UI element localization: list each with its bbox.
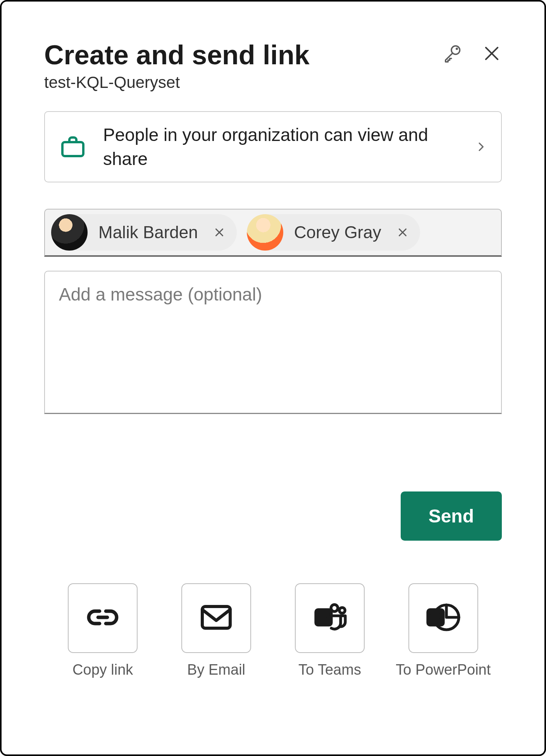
people-chip: Malik Barden — [51, 214, 237, 251]
dialog-subtitle: test-KQL-Queryset — [44, 73, 442, 92]
dialog-title: Create and send link — [44, 40, 442, 70]
mail-icon — [198, 599, 235, 637]
share-option-email: By Email — [165, 583, 267, 678]
share-label: By Email — [187, 662, 245, 678]
title-block: Create and send link test-KQL-Queryset — [44, 40, 442, 92]
message-input[interactable] — [44, 271, 502, 414]
teams-icon: T — [311, 599, 348, 637]
powerpoint-button[interactable]: P — [408, 583, 478, 653]
share-dialog: Create and send link test-KQL-Queryset — [0, 0, 546, 756]
link-icon — [84, 599, 121, 637]
copy-link-button[interactable] — [68, 583, 138, 653]
share-option-powerpoint: P To PowerPoint — [393, 583, 494, 678]
chip-name: Corey Gray — [294, 223, 381, 242]
dialog-header: Create and send link test-KQL-Queryset — [44, 40, 502, 92]
chip-name: Malik Barden — [98, 223, 198, 242]
chevron-right-icon — [475, 141, 487, 153]
remove-person-icon[interactable] — [396, 226, 409, 239]
close-icon[interactable] — [482, 43, 502, 64]
share-options-row: Copy link By Email T — [44, 583, 502, 678]
header-actions — [442, 43, 502, 64]
permission-text: People in your organization can view and… — [103, 123, 458, 171]
key-icon[interactable] — [442, 43, 462, 64]
email-button[interactable] — [181, 583, 251, 653]
svg-text:P: P — [432, 611, 439, 625]
share-option-copy-link: Copy link — [52, 583, 153, 678]
share-option-teams: T To Teams — [279, 583, 381, 678]
share-label: Copy link — [72, 662, 133, 678]
avatar — [51, 214, 88, 251]
powerpoint-icon: P — [425, 599, 462, 637]
svg-text:T: T — [320, 611, 328, 625]
avatar — [247, 214, 283, 251]
svg-rect-4 — [62, 142, 83, 156]
svg-point-1 — [456, 48, 458, 50]
people-input[interactable]: Malik Barden Corey Gray — [44, 209, 502, 257]
svg-point-13 — [339, 608, 345, 613]
briefcase-icon — [59, 133, 87, 161]
svg-rect-9 — [202, 607, 230, 628]
teams-button[interactable]: T — [295, 583, 365, 653]
permission-selector[interactable]: People in your organization can view and… — [44, 111, 502, 182]
remove-person-icon[interactable] — [213, 226, 226, 239]
send-row: Send — [44, 491, 502, 541]
share-label: To Teams — [298, 662, 361, 678]
send-button[interactable]: Send — [401, 491, 502, 541]
svg-point-12 — [331, 605, 338, 612]
share-label: To PowerPoint — [396, 662, 491, 678]
people-chip: Corey Gray — [247, 214, 420, 251]
